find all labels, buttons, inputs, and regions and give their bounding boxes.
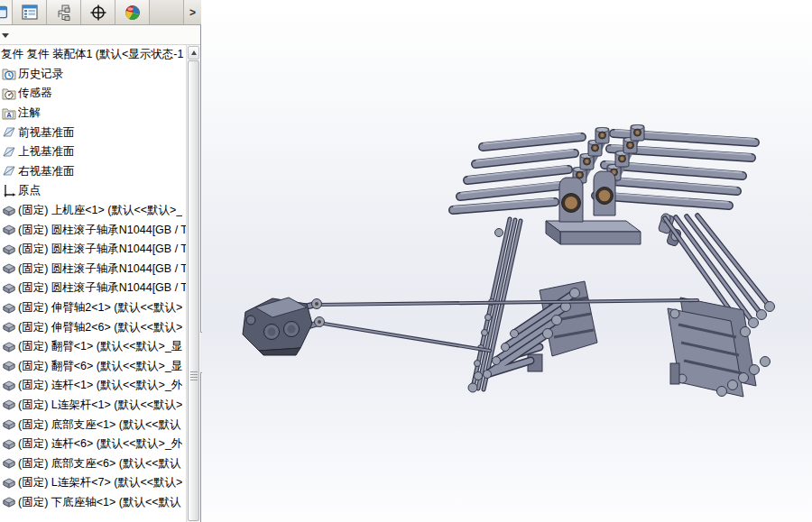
tree-item-label: 原点: [18, 183, 41, 198]
tree-item-label: (固定) 底部支座<6> (默认<<默认: [18, 456, 181, 472]
manager-tab-bar: >: [0, 0, 201, 25]
part-icon: [2, 261, 18, 276]
pillow-block-2: [594, 171, 615, 215]
history-icon: [2, 67, 18, 81]
tree-item[interactable]: (固定) 翻臂<1> (默认<<默认>_显: [0, 337, 186, 357]
tab-configurationmanager[interactable]: [47, 0, 81, 24]
sensors-icon: [2, 87, 18, 101]
tree-item[interactable]: (固定) 连杆<6> (默认<<默认>_外: [0, 435, 186, 454]
tab-displaymanager[interactable]: [115, 0, 150, 24]
plane-icon: [2, 145, 18, 160]
part-icon: [2, 340, 18, 354]
svg-text:A: A: [6, 111, 12, 119]
tab-propertymanager[interactable]: [13, 0, 47, 24]
part-icon: [2, 379, 18, 393]
part-icon: [2, 281, 18, 296]
tree-item-label: 前视基准面: [18, 125, 75, 141]
featuremanager-panel: > 复件 复件 装配体1 (默认<显示状态-1 历史记录 传感器: [0, 0, 201, 522]
tree-item[interactable]: (固定) 下底座轴<1> (默认<<默认: [0, 493, 186, 513]
plane-icon: [2, 164, 18, 179]
annotations-icon: A: [2, 106, 18, 121]
overflow-arrow: >: [189, 6, 196, 19]
tree-item-label: (固定) 翻臂<1> (默认<<默认>_显: [18, 339, 182, 354]
tab-overflow-button[interactable]: >: [183, 0, 201, 24]
right-foot: [670, 363, 679, 384]
left-gearbox: [243, 298, 325, 355]
configurationmanager-icon: [55, 4, 73, 22]
tree-item[interactable]: (固定) 伸臂轴2<1> (默认<<默认>: [0, 298, 186, 318]
scroll-thumb[interactable]: [188, 60, 199, 521]
part-icon: [2, 417, 18, 432]
tree-item-label: (固定) 上机座<1> (默认<<默认>_: [18, 203, 182, 218]
part-icon: [2, 476, 18, 490]
part-icon: [2, 301, 18, 316]
tree-item[interactable]: (固定) 圆柱滚子轴承N1044[GB / T: [0, 240, 186, 260]
part-icon: [2, 223, 18, 237]
tree-item-label: (固定) 圆柱滚子轴承N1044[GB / T: [18, 261, 186, 277]
tree-item[interactable]: (固定) 底部支座<1> (默认<<默认: [0, 415, 186, 435]
dimxpert-icon: [89, 4, 107, 22]
graphics-viewport[interactable]: .bo { stroke:#34374a; fill:none; stroke-…: [202, 0, 812, 522]
tree-item[interactable]: 传感器: [0, 84, 186, 104]
tree-item[interactable]: (固定) 圆柱滚子轴承N1044[GB / T: [0, 260, 186, 279]
tree-item-label: (固定) L连架杆<1> (默认<<默认>: [18, 398, 182, 413]
tree-item-label: (固定) 翻臂<6> (默认<<默认>_显: [18, 359, 182, 374]
tree-item[interactable]: 历史记录: [0, 65, 186, 85]
part-icon: [2, 398, 18, 412]
flyout-arrow-icon[interactable]: [2, 33, 9, 38]
tree-item-label: 上视基准面: [18, 144, 75, 160]
tree-item-label: (固定) 圆柱滚子轴承N1044[GB / T: [18, 223, 186, 238]
featuremanager-tree-icon: [0, 5, 12, 21]
tree-root-assembly[interactable]: 复件 复件 装配体1 (默认<显示状态-1: [0, 45, 186, 65]
tree-item[interactable]: (固定) 连杆<1> (默认<<默认>_外: [0, 376, 186, 396]
origin-icon: [2, 184, 18, 198]
tree-item-label: (固定) 伸臂轴2<1> (默认<<默认>: [18, 300, 182, 316]
tree-item-label: (固定) 下底座轴<1> (默认<<默认: [18, 495, 181, 510]
tree-item-label: (固定) 底部支座<1> (默认<<默认: [18, 417, 181, 433]
tree-item[interactable]: (固定) 上机座<1> (默认<<默认>_: [0, 201, 186, 221]
tree-item[interactable]: (固定) L连架杆<1> (默认<<默认>: [0, 396, 186, 416]
tree-item-label: 历史记录: [18, 67, 63, 82]
part-icon: [2, 437, 18, 452]
scroll-up-arrow-icon: [191, 50, 197, 55]
tree-item[interactable]: 右视基准面: [0, 162, 186, 182]
tree-scrollbar[interactable]: [186, 45, 199, 522]
tree-item-label: (固定) 连杆<1> (默认<<默认>_外: [18, 378, 182, 393]
tree-item-label: 右视基准面: [18, 164, 75, 179]
solidworks-window: > 复件 复件 装配体1 (默认<显示状态-1 历史记录 传感器: [0, 0, 812, 522]
tree-item[interactable]: 原点: [0, 181, 186, 201]
tree-item[interactable]: 上视基准面: [0, 142, 186, 162]
tree-item-label: 传感器: [18, 86, 52, 101]
part-icon: [2, 495, 18, 509]
tree-item[interactable]: 前视基准面: [0, 123, 186, 142]
tree-item-label: 注解: [18, 105, 41, 121]
tree-item-label: (固定) 伸臂轴2<6> (默认<<默认>: [18, 320, 182, 335]
tree-item-label: (固定) L连架杆<7> (默认<<默认>: [18, 475, 182, 490]
tree-item-label: (固定) 圆柱滚子轴承N1044[GB / T: [18, 242, 186, 257]
part-icon: [2, 204, 18, 218]
right-scissor-assembly: [668, 298, 775, 397]
displaymanager-icon: [124, 4, 142, 22]
part-icon: [2, 359, 18, 373]
pillow-block-1: [559, 178, 583, 222]
tree-item[interactable]: (固定) L连架杆<7> (默认<<默认>: [0, 473, 186, 493]
tab-dimxpertmanager[interactable]: [81, 0, 115, 24]
feature-tree: 复件 复件 装配体1 (默认<显示状态-1 历史记录 传感器 A: [0, 45, 186, 522]
assembly-model: .bo { stroke:#34374a; fill:none; stroke-…: [202, 0, 812, 522]
tree-item[interactable]: (固定) 圆柱滚子轴承N1044[GB / T: [0, 279, 186, 298]
panel-filter-strip: [0, 25, 200, 45]
scroll-up-button[interactable]: [188, 46, 199, 60]
part-icon: [2, 456, 18, 471]
tree-item[interactable]: (固定) 翻臂<6> (默认<<默认>_显: [0, 357, 186, 377]
tree-item-label: (固定) 圆柱滚子轴承N1044[GB / T: [18, 280, 186, 296]
tree-item[interactable]: (固定) 圆柱滚子轴承N1044[GB / T: [0, 220, 186, 240]
tree-item[interactable]: (固定) 底部支座<6> (默认<<默认: [0, 453, 186, 473]
tree-item[interactable]: (固定) 伸臂轴2<6> (默认<<默认>: [0, 317, 186, 337]
part-icon: [2, 320, 18, 334]
plane-icon: [2, 125, 18, 140]
part-icon: [2, 243, 18, 257]
tab-featuremanager[interactable]: [0, 0, 13, 24]
propertymanager-icon: [21, 4, 39, 22]
scroll-thumb-grip: [190, 371, 198, 382]
tree-item[interactable]: A 注解: [0, 104, 186, 124]
